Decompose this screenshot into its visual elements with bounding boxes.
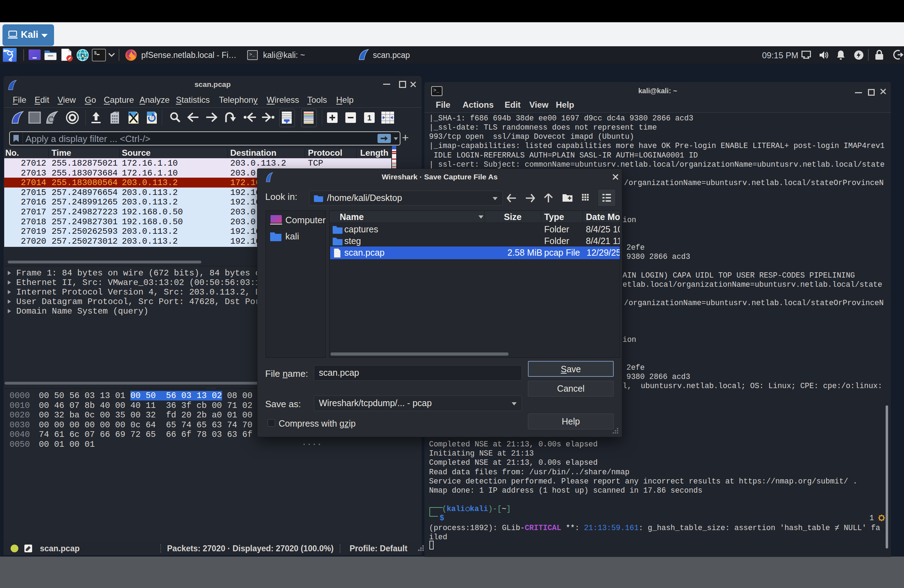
svg-text:1: 1: [367, 113, 371, 122]
svg-text:$: $: [94, 51, 97, 56]
